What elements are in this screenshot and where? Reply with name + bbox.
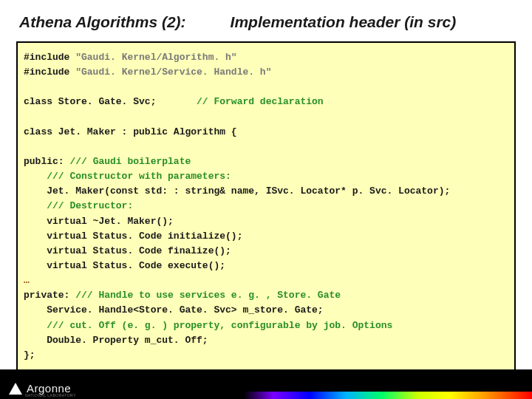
code-line: /// cut. Off (e. g. ) property, configur… xyxy=(24,320,392,331)
slide: Athena Algorithms (2): Implementation he… xyxy=(0,0,532,399)
footer-bar: Argonne NATIONAL LABORATORY xyxy=(0,369,532,399)
code-line: virtual Status. Code execute(); xyxy=(24,260,225,271)
code-line: Double. Property m_cut. Off; xyxy=(24,335,208,346)
code-line: #include "Gaudi. Kernel/Algorithm. h" xyxy=(24,52,237,63)
code-line: /// Destructor: xyxy=(24,200,133,211)
code-block: #include "Gaudi. Kernel/Algorithm. h" #i… xyxy=(16,41,516,372)
code-line: #include "Gaudi. Kernel/Service. Handle.… xyxy=(24,66,271,78)
title-right: Implementation header (in src) xyxy=(231,13,457,31)
code-line: virtual ~Jet. Maker(); xyxy=(24,216,174,227)
code-content: #include "Gaudi. Kernel/Algorithm. h" #i… xyxy=(24,50,508,363)
code-line: class Jet. Maker : public Algorithm { xyxy=(24,126,237,137)
title-left: Athena Algorithms (2): xyxy=(19,13,186,31)
logo-triangle-icon xyxy=(9,383,22,395)
code-line: class Store. Gate. Svc; // Forward decla… xyxy=(24,96,324,107)
spectrum-bar-icon xyxy=(273,392,532,399)
logo-subtext: NATIONAL LABORATORY xyxy=(25,393,76,398)
code-line: virtual Status. Code initialize(); xyxy=(24,231,242,242)
code-line: … xyxy=(24,275,30,286)
code-line: private: /// Handle to use services e. g… xyxy=(24,290,341,301)
code-line: virtual Status. Code finalize(); xyxy=(24,245,231,256)
code-line: }; xyxy=(24,349,35,361)
code-line: /// Constructor with parameters: xyxy=(24,171,231,182)
code-line: Service. Handle<Store. Gate. Svc> m_stor… xyxy=(24,304,324,316)
code-line: public: /// Gaudi boilerplate xyxy=(24,156,191,167)
slide-header: Athena Algorithms (2): Implementation he… xyxy=(0,0,532,38)
code-line: Jet. Maker(const std: : string& name, IS… xyxy=(24,185,450,197)
